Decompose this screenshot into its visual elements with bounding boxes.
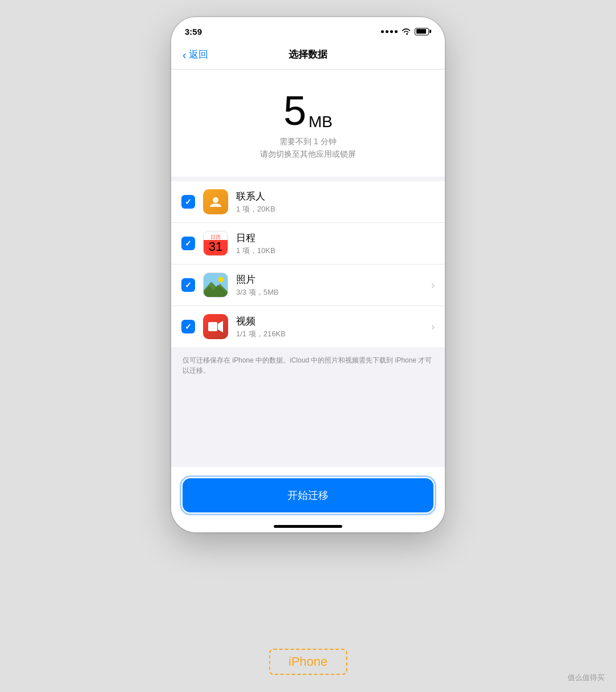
iphone-label-box: iPhone xyxy=(269,649,347,675)
page-title: 选择数据 xyxy=(289,48,327,61)
svg-point-0 xyxy=(213,197,218,203)
contacts-icon xyxy=(203,189,228,214)
svg-rect-5 xyxy=(208,322,217,331)
size-unit: MB xyxy=(309,113,333,131)
calendar-icon: 日历 31 xyxy=(203,231,228,256)
video-chevron-icon: › xyxy=(431,321,435,333)
checkbox-contacts[interactable]: ✓ xyxy=(181,195,195,209)
bottom-section: 开始迁移 xyxy=(171,467,445,518)
contacts-info: 联系人 1 项，20KB xyxy=(236,190,435,214)
size-desc1: 需要不到 1 分钟 xyxy=(183,137,433,147)
back-chevron-icon: ‹ xyxy=(183,49,187,60)
checkbox-video[interactable]: ✓ xyxy=(181,320,195,333)
video-name: 视频 xyxy=(236,315,427,328)
status-icons xyxy=(381,27,431,35)
notice-text: 仅可迁移保存在 iPhone 中的数据。iCloud 中的照片和视频需先下载到 … xyxy=(171,347,445,387)
phone-frame: 3:59 xyxy=(171,17,445,532)
content-area: 5MB 需要不到 1 分钟 请勿切换至其他应用或锁屏 ✓ xyxy=(171,70,445,532)
content-spacer xyxy=(171,387,445,467)
contacts-detail: 1 项，20KB xyxy=(236,204,435,214)
checkmark-icon: ✓ xyxy=(185,197,192,206)
size-desc2: 请勿切换至其他应用或锁屏 xyxy=(183,149,433,160)
list-item-photos[interactable]: ✓ 照片 3/3 项，5MB › xyxy=(171,264,445,306)
calendar-name: 日程 xyxy=(236,231,435,245)
nav-bar: ‹ 返回 选择数据 xyxy=(171,42,445,70)
video-icon xyxy=(203,314,228,339)
photos-name: 照片 xyxy=(236,273,427,286)
calendar-detail: 1 项，10KB xyxy=(236,246,435,256)
iphone-label: iPhone xyxy=(289,654,328,669)
list-item-contacts[interactable]: ✓ 联系人 1 项，20KB xyxy=(171,181,445,223)
status-bar: 3:59 xyxy=(171,17,445,42)
home-indicator xyxy=(171,518,445,532)
home-bar xyxy=(274,525,342,528)
checkmark-icon: ✓ xyxy=(185,280,192,290)
contacts-name: 联系人 xyxy=(236,190,435,203)
photos-detail: 3/3 项，5MB xyxy=(236,287,427,298)
calendar-day-number: 31 xyxy=(209,240,222,254)
calendar-info: 日程 1 项，10KB xyxy=(236,231,435,256)
back-button[interactable]: ‹ 返回 xyxy=(183,48,208,61)
video-info: 视频 1/1 项，216KB xyxy=(236,315,427,339)
iphone-label-container: iPhone xyxy=(269,649,347,675)
checkbox-calendar[interactable]: ✓ xyxy=(181,237,195,250)
photos-info: 照片 3/3 项，5MB xyxy=(236,273,427,298)
size-section: 5MB 需要不到 1 分钟 请勿切换至其他应用或锁屏 xyxy=(171,70,445,177)
size-display: 5MB xyxy=(183,90,433,131)
checkmark-icon: ✓ xyxy=(185,322,192,331)
back-label: 返回 xyxy=(189,48,208,61)
start-migration-button[interactable]: 开始迁移 xyxy=(183,478,433,512)
list-item-calendar[interactable]: ✓ 日历 31 日程 1 项，10KB xyxy=(171,223,445,264)
checkbox-photos[interactable]: ✓ xyxy=(181,278,195,292)
status-time: 3:59 xyxy=(185,27,202,36)
watermark: 值么值得买 xyxy=(568,673,605,683)
battery-icon xyxy=(415,28,431,35)
size-number: 5 xyxy=(283,90,306,131)
svg-marker-6 xyxy=(218,321,223,332)
photos-icon xyxy=(203,272,228,298)
svg-point-2 xyxy=(218,277,224,283)
checkmark-icon: ✓ xyxy=(185,239,192,248)
photos-chevron-icon: › xyxy=(431,279,435,291)
page-background: 3:59 xyxy=(0,0,616,692)
data-list: ✓ 联系人 1 项，20KB xyxy=(171,181,445,347)
wifi-icon xyxy=(401,27,411,35)
video-detail: 1/1 项，216KB xyxy=(236,329,427,339)
list-item-video[interactable]: ✓ 视频 1/1 项，216KB › xyxy=(171,306,445,347)
signal-icon xyxy=(381,30,398,33)
